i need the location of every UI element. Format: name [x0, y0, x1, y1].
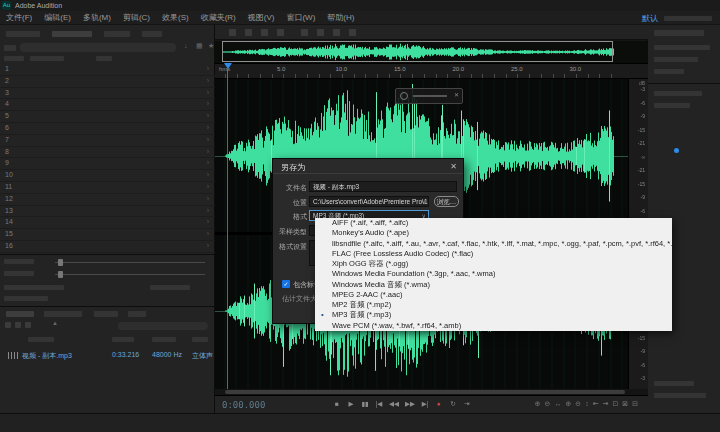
playhead-marker[interactable]: [224, 63, 232, 69]
volume-knob-icon[interactable]: [400, 92, 408, 100]
slip-tool-icon[interactable]: [261, 29, 268, 36]
effects-rack-slot[interactable]: 4 ›: [0, 99, 215, 111]
fast-forward-button[interactable]: ▶▶: [405, 399, 415, 409]
mix-slider-2-handle[interactable]: [58, 271, 63, 278]
rewind-button[interactable]: ◀◀: [389, 399, 399, 409]
files-search-field[interactable]: [118, 322, 208, 330]
mix-slider-1-handle[interactable]: [58, 259, 63, 266]
menu-item[interactable]: 窗口(W): [280, 11, 321, 25]
move-tool-icon[interactable]: [229, 29, 236, 36]
zoom-out-button[interactable]: ⊖: [545, 399, 551, 409]
effects-rack-slot[interactable]: 6 ›: [0, 123, 215, 135]
slot-arrow-icon[interactable]: ›: [207, 65, 209, 72]
slot-arrow-icon[interactable]: ›: [207, 242, 209, 249]
mix-slider-1[interactable]: [55, 262, 205, 263]
menu-item[interactable]: 编辑(E): [38, 11, 77, 25]
menu-item[interactable]: 剪辑(C): [117, 11, 156, 25]
zoom-h-button[interactable]: ↔: [554, 399, 561, 409]
sort-icon[interactable]: ▲: [52, 320, 58, 326]
selection-tool-icon[interactable]: [277, 29, 284, 36]
col-header-samplerate[interactable]: [152, 337, 176, 342]
hud-slider[interactable]: [413, 95, 447, 97]
format-option[interactable]: • MP3 音频 (*.mp3): [315, 310, 672, 320]
slot-arrow-icon[interactable]: ›: [207, 148, 209, 155]
effects-rack-slot[interactable]: 9 ›: [0, 158, 215, 170]
zoom-sel-left-button[interactable]: ⇤: [593, 399, 599, 409]
format-option[interactable]: • Monkey's Audio (*.ape): [315, 228, 672, 238]
play-button[interactable]: ▶: [347, 399, 355, 409]
playhead-line[interactable]: [227, 69, 228, 389]
hud-close-icon[interactable]: ✕: [454, 91, 459, 98]
effects-rack-slot[interactable]: 1 ›: [0, 64, 215, 76]
format-option[interactable]: • MP2 音频 (*.mp2): [315, 300, 672, 310]
col-header-name[interactable]: [28, 337, 54, 342]
tab-files-panel[interactable]: [6, 311, 34, 317]
browse-button[interactable]: 浏览…: [434, 196, 459, 207]
menu-item[interactable]: 多轨(M): [77, 11, 117, 25]
slot-arrow-icon[interactable]: ›: [207, 230, 209, 237]
scrollbar-thumb[interactable]: [225, 390, 625, 394]
pause-button[interactable]: ▮▮: [361, 399, 369, 409]
workspace-switcher[interactable]: 默认: [642, 13, 658, 24]
workspace-extra-tab[interactable]: [664, 16, 712, 21]
zoom-in-button[interactable]: ⊕: [535, 399, 541, 409]
stop-button[interactable]: ■: [333, 399, 341, 409]
col-header-channels[interactable]: [192, 337, 208, 342]
effects-rack-slot[interactable]: 5 ›: [0, 111, 215, 123]
effects-rack-slot[interactable]: 15 ›: [0, 229, 215, 241]
skip-to-start-button[interactable]: |◀: [375, 399, 383, 409]
col-header-duration[interactable]: [112, 337, 134, 342]
slot-arrow-icon[interactable]: ›: [207, 183, 209, 190]
skip-to-end-button[interactable]: ▶|: [421, 399, 429, 409]
overview-selection-range[interactable]: [222, 41, 613, 62]
timeline-ruler[interactable]: hms 5.010.015.020.025.030.0: [215, 63, 648, 79]
slot-arrow-icon[interactable]: ›: [207, 124, 209, 131]
slot-arrow-icon[interactable]: ›: [207, 89, 209, 96]
favorite-star-icon[interactable]: ★: [208, 42, 214, 50]
format-option[interactable]: • Windows Media 音频 (*.wma): [315, 280, 672, 290]
zoom-v-button[interactable]: ↕: [585, 399, 589, 409]
tab-files[interactable]: [52, 31, 92, 37]
mix-slider-2[interactable]: [55, 274, 205, 275]
new-file-icon[interactable]: [25, 322, 31, 328]
slot-arrow-icon[interactable]: ›: [207, 171, 209, 178]
format-option[interactable]: • Windows Media Foundation (*.3gp, *.aac…: [315, 269, 672, 279]
location-combo[interactable]: C:\Users\convert\Adobe\Premiere Pro\13.0…: [309, 196, 429, 207]
slot-arrow-icon[interactable]: ›: [207, 159, 209, 166]
preset-field[interactable]: [20, 43, 176, 52]
import-icon[interactable]: ↓: [184, 42, 188, 49]
format-option[interactable]: • MPEG 2-AAC (*.aac): [315, 290, 672, 300]
marquee-tool-icon[interactable]: [349, 29, 356, 36]
menu-item[interactable]: 帮助(H): [321, 11, 360, 25]
razor-tool-icon[interactable]: [245, 29, 252, 36]
menu-item[interactable]: 视图(V): [242, 11, 281, 25]
effects-rack-slot[interactable]: 14 ›: [0, 217, 215, 229]
slot-arrow-icon[interactable]: ›: [207, 195, 209, 202]
effects-rack-slot[interactable]: 8 ›: [0, 147, 215, 159]
file-name[interactable]: 视频 - 副本.mp3: [22, 351, 72, 361]
volume-hud[interactable]: ✕: [395, 88, 463, 104]
slot-arrow-icon[interactable]: ›: [207, 112, 209, 119]
zoom-sel-button[interactable]: ⊡: [612, 399, 618, 409]
chevron-down-icon[interactable]: ∨: [422, 198, 426, 207]
dialog-close-icon[interactable]: ✕: [450, 162, 457, 171]
format-option[interactable]: • Wave PCM (*.wav, *.bwf, *.rf64, *.amb): [315, 321, 672, 331]
dialog-title-bar[interactable]: 另存为 ✕: [273, 159, 463, 174]
file-name-input[interactable]: 视频 - 副本.mp3: [309, 181, 457, 192]
effects-rack-slot[interactable]: 16 ›: [0, 241, 215, 253]
import-file-icon[interactable]: [15, 322, 21, 328]
spot-heal-tool-icon[interactable]: [301, 29, 308, 36]
tab-markers-panel[interactable]: [94, 311, 118, 317]
slot-arrow-icon[interactable]: ›: [207, 207, 209, 214]
include-markers-checkbox[interactable]: ✓: [282, 280, 290, 288]
zoom-reset-button[interactable]: ⊠: [622, 399, 628, 409]
tab-media-browser[interactable]: [44, 311, 82, 317]
effects-rack-slot[interactable]: 3 ›: [0, 88, 215, 100]
effects-rack-slot[interactable]: 2 ›: [0, 76, 215, 88]
effects-rack-slot[interactable]: 11 ›: [0, 182, 215, 194]
format-option[interactable]: • AIFF (*.aif, *.aiff, *.aifc): [315, 218, 672, 228]
effects-rack-slot[interactable]: 13 ›: [0, 206, 215, 218]
slot-arrow-icon[interactable]: ›: [207, 77, 209, 84]
record-button[interactable]: ●: [435, 399, 443, 409]
slot-arrow-icon[interactable]: ›: [207, 100, 209, 107]
